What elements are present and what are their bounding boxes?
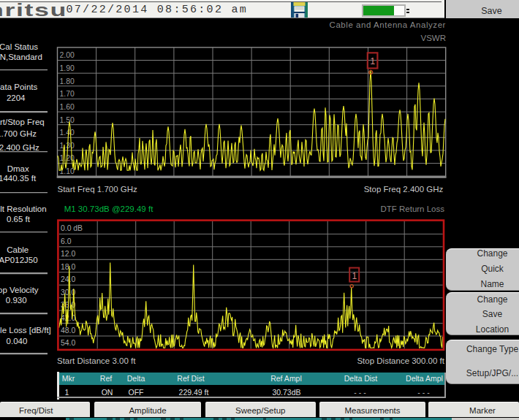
svg-text:48.0: 48.0 — [61, 327, 75, 335]
svg-text:1.40: 1.40 — [60, 129, 75, 137]
svg-text:1: 1 — [352, 271, 357, 281]
svg-text:18.0: 18.0 — [61, 263, 75, 271]
svg-text:2.00: 2.00 — [60, 51, 75, 59]
svg-text:1.90: 1.90 — [60, 64, 75, 72]
svg-text:1.80: 1.80 — [60, 77, 75, 85]
svg-text:24.0: 24.0 — [61, 275, 75, 283]
svg-text:6.0: 6.0 — [61, 237, 72, 245]
svg-text:1.70: 1.70 — [60, 90, 75, 98]
svg-text:1.30: 1.30 — [60, 142, 75, 150]
svg-text:1.60: 1.60 — [60, 103, 75, 111]
svg-text:0.0 dB: 0.0 dB — [61, 224, 83, 232]
svg-text:12.0: 12.0 — [61, 250, 75, 258]
svg-text:1: 1 — [370, 56, 375, 66]
svg-text:1.50: 1.50 — [60, 116, 75, 124]
svg-text:54.0: 54.0 — [61, 339, 75, 347]
